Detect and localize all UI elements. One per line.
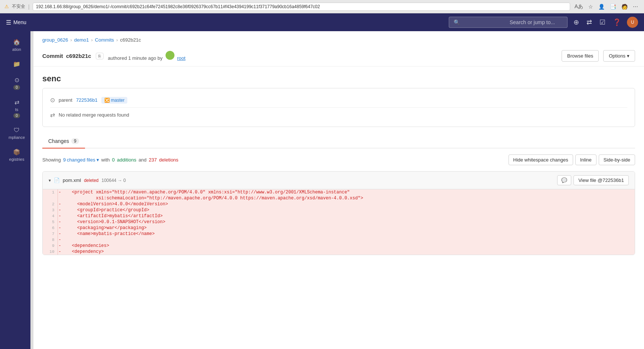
options-button[interactable]: Options ▾ [603,50,635,62]
breadcrumb-group[interactable]: group_0626 [42,37,68,43]
commit-author[interactable]: root [177,55,185,61]
line-sign [58,195,63,201]
parent-row: ⊙ parent 722536b1 🔀 master [50,94,627,106]
inline-button[interactable]: Inline [575,154,596,165]
line-content: <dependencies> [63,243,635,249]
changed-files-link[interactable]: 9 changed files ▾ [63,157,99,163]
breadcrumb-sep-3: › [116,37,118,43]
star-icon[interactable]: ☆ [587,3,595,10]
line-content: <name>mybatis-practice</name> [63,231,635,237]
sidebar-item-registries[interactable]: 📦 egistries [0,144,33,166]
browse-files-button[interactable]: Browse files [562,50,599,62]
line-content: <dependency> [63,249,635,255]
sidebar-registries-label: egistries [9,157,24,162]
breadcrumb-repo[interactable]: demo1 [74,37,89,43]
table-row: 4- <artifactId>mybatis</artifactId> [43,213,635,219]
commit-header: Commit c692b21c ⎘ authored 1 minute ago … [33,46,644,66]
breadcrumb-sep-1: › [70,37,72,43]
line-content [63,237,635,243]
table-row: 2- <modelVersion>4.0.0</modelVersion> [43,201,635,207]
issues-badge: 0 [13,85,20,90]
commit-icon: ⊙ [50,97,55,104]
file-name: pom.xml [63,177,81,183]
file-diff-header: ▾ 📄 pom.xml deleted 100644 → 0 💬 View fi… [43,172,635,189]
help-icon[interactable]: ❓ [611,17,622,28]
hide-whitespace-button[interactable]: Hide whitespace changes [509,154,573,165]
copy-commit-id-button[interactable]: ⎘ [96,53,104,59]
menu-label: Menu [13,19,26,25]
file-diff-actions: 💬 View file @722536b1 [557,175,629,185]
repository-icon: 📁 [13,61,20,68]
main-layout: 🏠 ation 📁 ⊙ 0 ⇄ ts 0 🛡 mpliance 📦 egistr… [0,31,644,349]
sidebar-item-label: ation [12,47,21,52]
file-status: deleted [84,178,98,183]
url-separator: | [28,4,30,10]
table-row: 8- [43,237,635,243]
changes-tabs: Changes 9 [42,134,635,149]
avatar-icon[interactable]: 🧑 [620,3,629,10]
comment-button[interactable]: 💬 [557,175,571,185]
sidebar-item-navigation[interactable]: 🏠 ation [0,34,33,56]
todo-icon[interactable]: ☑ [598,17,607,28]
address-bar[interactable]: 192.168.1.66:88/group_0626/demo1/-/commi… [33,3,570,11]
table-row: 5- <version>0.0.1-SNAPSHOT</version> [43,219,635,225]
changes-count-badge: 9 [71,138,79,144]
line-number: 9 [43,243,58,249]
sidebar-item-compliance[interactable]: 🛡 mpliance [0,123,33,144]
merge-requests-row: ⇄ No related merge requests found [50,109,627,121]
sidebar-item-mr[interactable]: ⇄ ts 0 [0,94,33,123]
sidebar-item-repository[interactable]: 📁 [0,56,33,72]
mr-badge: 0 [13,113,20,118]
tab-changes[interactable]: Changes 9 [42,134,85,149]
commit-meta: authored 1 minute ago by root [108,51,558,61]
info-divider [50,107,627,108]
line-content: <modelVersion>4.0.0</modelVersion> [63,201,635,207]
sidebar-item-issues[interactable]: ⊙ 0 [0,72,33,94]
table-row: 9- <dependencies> [43,243,635,249]
sidebar-resize-handle[interactable] [30,31,33,349]
changes-section: Changes 9 Showing 9 changed files ▾ with… [33,127,644,255]
deletions-count: 237 [149,157,157,163]
search-bar[interactable]: 🔍 Search or jump to... [449,17,568,28]
registries-icon: 📦 [13,149,20,156]
merge-requests-text: No related merge requests found [59,112,129,118]
compliance-icon: 🛡 [14,127,20,134]
parent-hash-link[interactable]: 722536b1 [76,97,98,103]
hamburger-icon: ☰ [6,19,11,26]
table-row: 6- <packaging>war</packaging> [43,225,635,231]
breadcrumb: group_0626 › demo1 › Commits › c692b21c [33,31,644,46]
line-sign: - [58,201,63,207]
line-content: <groupId>practice</groupId> [63,207,635,213]
line-sign: - [58,213,63,219]
more-icon[interactable]: ⋯ [631,3,640,10]
gitlab-navbar: ☰ Menu 🔍 Search or jump to... ⊕ ⇄ ☑ ❓ U [0,13,644,31]
line-sign: - [58,231,63,237]
line-number: 1 [43,189,58,195]
table-row: 1- <project xmlns="http://maven.apache.o… [43,189,635,195]
unsafe-label: 不安全 [12,3,25,10]
table-row: 7- <name>mybatis-practice</name> [43,231,635,237]
translate-icon[interactable]: Aあ [573,3,585,11]
search-placeholder: Search or jump to... [510,19,563,25]
plus-icon[interactable]: ⊕ [572,17,581,28]
collapse-diff-button[interactable]: ▾ [49,178,51,183]
line-number: 7 [43,231,58,237]
profile-icon[interactable]: 👤 [597,3,606,10]
side-by-side-button[interactable]: Side-by-side [599,154,635,165]
sidebar: 🏠 ation 📁 ⊙ 0 ⇄ ts 0 🛡 mpliance 📦 egistr… [0,31,33,349]
showing-bar: Showing 9 changed files ▾ with 0 additio… [42,154,635,165]
table-row: xsi:schemaLocation="http://maven.apache.… [43,195,635,201]
view-file-button[interactable]: View file @722536b1 [573,175,629,185]
sidebar-compliance-label: mpliance [9,135,25,140]
diff-controls: Hide whitespace changes Inline Side-by-s… [509,154,635,165]
user-avatar[interactable]: U [627,17,638,28]
navigation-icon: 🏠 [13,39,20,46]
line-sign: - [58,207,63,213]
menu-button[interactable]: ☰ Menu [6,19,26,26]
breadcrumb-commits[interactable]: Commits [95,37,114,43]
breadcrumb-sep-2: › [91,37,93,43]
line-number: 6 [43,225,58,231]
bookmark-icon[interactable]: 📑 [608,3,618,10]
search-icon: 🔍 [454,19,507,25]
merge-request-icon[interactable]: ⇄ [585,17,594,28]
